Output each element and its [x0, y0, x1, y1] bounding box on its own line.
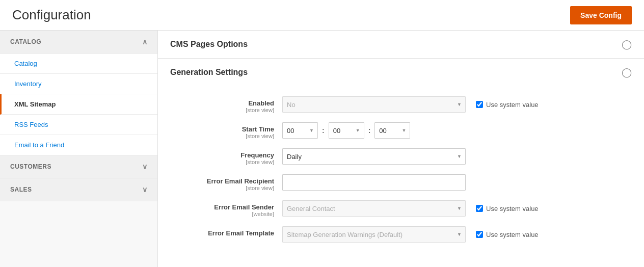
sidebar-item-rss-feeds[interactable]: RSS Feeds — [0, 115, 157, 135]
main-content: CMS Pages Options ◯ Generation Settings … — [158, 31, 644, 267]
sidebar-section-customers[interactable]: CUSTOMERS ∨ — [0, 155, 157, 178]
error-email-template-system-value-label: Use system value — [486, 231, 539, 238]
error-email-template-use-system-value: Use system value — [476, 231, 539, 238]
sidebar-section-catalog[interactable]: CATALOG ∧ — [0, 31, 157, 54]
chevron-down-icon-customers: ∨ — [142, 163, 148, 171]
error-email-recipient-label: Error Email Recipient — [170, 177, 274, 185]
section-generation-settings: Generation Settings ◯ Enabled [store vie… — [158, 59, 644, 267]
start-time-seconds-wrapper: 00153045 — [374, 122, 410, 139]
start-time-hours-wrapper: 00010203 — [282, 122, 318, 139]
error-email-template-system-value-checkbox[interactable] — [476, 231, 483, 238]
enabled-system-value-label: Use system value — [486, 101, 539, 109]
sidebar-item-catalog[interactable]: Catalog — [0, 54, 157, 74]
field-frequency: Frequency [store view] Daily Weekly Mont… — [170, 148, 632, 165]
sidebar-item-inventory[interactable]: Inventory — [0, 74, 157, 94]
enabled-select[interactable]: No Yes — [282, 96, 466, 113]
field-start-time: Start Time [store view] 00010203 : 001 — [170, 122, 632, 139]
section-generation-settings-header[interactable]: Generation Settings ◯ — [158, 59, 644, 86]
chevron-up-icon: ∧ — [142, 38, 148, 46]
error-email-template-select-wrapper: Sitemap Generation Warnings (Default) — [282, 226, 466, 243]
error-email-sender-select[interactable]: General Contact Sales Representative Cus… — [282, 200, 466, 217]
error-email-sender-use-system-value: Use system value — [476, 205, 539, 212]
enabled-system-value-checkbox[interactable] — [476, 101, 483, 108]
sidebar-item-xml-sitemap[interactable]: XML Sitemap — [0, 94, 157, 115]
time-separator-1: : — [322, 126, 325, 135]
save-config-button[interactable]: Save Config — [570, 6, 632, 24]
field-error-email-template: Error Email Template Sitemap Generation … — [170, 226, 632, 243]
start-time-label: Start Time — [170, 125, 274, 133]
error-email-recipient-input[interactable] — [282, 174, 466, 191]
collapse-cms-icon: ◯ — [622, 39, 632, 50]
start-time-minutes-select[interactable]: 00153045 — [329, 122, 364, 139]
section-cms-pages-header[interactable]: CMS Pages Options ◯ — [158, 31, 644, 58]
error-email-sender-label: Error Email Sender — [170, 203, 274, 211]
sidebar-section-customers-label: CUSTOMERS — [10, 163, 51, 170]
enabled-use-system-value: Use system value — [476, 101, 539, 109]
start-time-sublabel: [store view] — [170, 133, 274, 139]
field-error-email-sender: Error Email Sender [website] General Con… — [170, 200, 632, 217]
start-time-minutes-wrapper: 00153045 — [329, 122, 364, 139]
error-email-recipient-sublabel: [store view] — [170, 185, 274, 191]
error-email-sender-sublabel: [website] — [170, 211, 274, 217]
frequency-label: Frequency — [170, 151, 274, 159]
time-separator-2: : — [368, 126, 371, 135]
section-cms-pages: CMS Pages Options ◯ — [158, 31, 644, 59]
error-email-sender-system-value-checkbox[interactable] — [476, 205, 483, 212]
frequency-select[interactable]: Daily Weekly Monthly — [282, 148, 466, 165]
sidebar-item-email-to-friend[interactable]: Email to a Friend — [0, 135, 157, 155]
sidebar: CATALOG ∧ Catalog Inventory XML Sitemap … — [0, 31, 158, 267]
start-time-seconds-select[interactable]: 00153045 — [374, 122, 410, 139]
start-time-hours-select[interactable]: 00010203 — [282, 122, 318, 139]
generation-settings-body: Enabled [store view] No Yes Use syst — [158, 86, 644, 267]
frequency-sublabel: [store view] — [170, 159, 274, 165]
sidebar-section-sales[interactable]: SALES ∨ — [0, 178, 157, 201]
error-email-template-label: Error Email Template — [170, 229, 274, 237]
error-email-template-select[interactable]: Sitemap Generation Warnings (Default) — [282, 226, 466, 243]
error-email-sender-select-wrapper: General Contact Sales Representative Cus… — [282, 200, 466, 217]
chevron-down-icon-sales: ∨ — [142, 185, 148, 194]
page-title: Configuration — [12, 7, 91, 23]
enabled-select-wrapper: No Yes — [282, 96, 466, 113]
enabled-label: Enabled — [170, 99, 274, 107]
field-error-email-recipient: Error Email Recipient [store view] — [170, 174, 632, 191]
enabled-sublabel: [store view] — [170, 107, 274, 113]
sidebar-section-sales-label: SALES — [10, 186, 32, 193]
sidebar-section-catalog-label: CATALOG — [10, 38, 41, 45]
error-email-sender-system-value-label: Use system value — [486, 205, 539, 212]
frequency-select-wrapper: Daily Weekly Monthly — [282, 148, 466, 165]
section-cms-pages-title: CMS Pages Options — [170, 40, 248, 49]
section-generation-settings-title: Generation Settings — [170, 68, 248, 77]
collapse-generation-icon: ◯ — [622, 67, 632, 78]
field-enabled: Enabled [store view] No Yes Use syst — [170, 96, 632, 113]
